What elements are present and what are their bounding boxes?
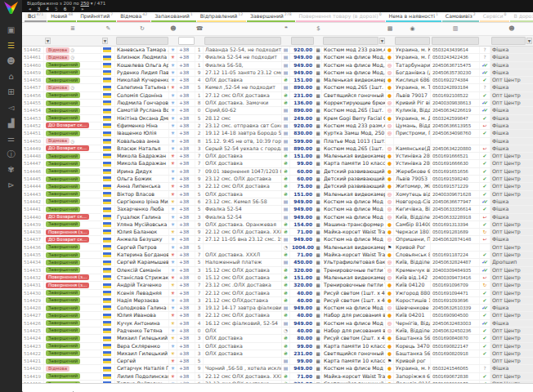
theme-icon[interactable]: ✾: [0, 162, 22, 177]
video-icon[interactable]: ⊳: [0, 177, 22, 193]
table-row[interactable]: 514431Повернення (з...Андрій Ткаченко✳+3…: [22, 282, 533, 289]
clients-icon[interactable]: ☻: [169, 23, 177, 35]
table-row[interactable]: 514459ЗавершенийРуденко Лидия Пав..✳+389…: [22, 69, 533, 77]
table-row[interactable]: 514447ЗавершенийМикола Бадражан✳+387ОЛХ …: [22, 160, 533, 167]
table-row[interactable]: 514440ДО Возврат ск...Гуцалюк Галина✳+38…: [22, 214, 533, 221]
phone-icon[interactable]: ☎: [195, 23, 204, 35]
page-3-button[interactable]: 3: [38, 7, 41, 12]
cart-icon[interactable]: ⊞: [0, 84, 22, 100]
table-row[interactable]: 514449ДО Возврат ск...Власюк Наталья✳+38…: [22, 145, 533, 153]
table-row[interactable]: 514428ЗавершенийСолодкова Галина В..✳+38…: [22, 305, 533, 312]
table-row[interactable]: 514441ЗавершенийЗахарченко Люба✳+385Фиал…: [22, 206, 533, 213]
location-icon[interactable]: ◉: [394, 23, 431, 35]
announce-icon[interactable]: ◅: [0, 100, 22, 115]
filter-input[interactable]: [395, 37, 430, 45]
settings-sliders-icon[interactable]: ⚌: [0, 131, 22, 146]
page-5-button[interactable]: 5: [55, 7, 58, 12]
table-row[interactable]: 514450Відмова◷Ковальова анна✳+38815.12. …: [22, 138, 533, 145]
page-6-button[interactable]: 6: [64, 7, 67, 12]
table-row[interactable]: 514448ЗавершенийМикола Бадражан✳+387ОЛХ …: [22, 153, 533, 160]
page-last-button[interactable]: »: [81, 7, 84, 12]
table-row[interactable]: 514430ЗавершенийКсенія Левадняя✳+38722.1…: [22, 290, 533, 297]
table-row[interactable]: 514437ДО Возврат ск...Анжела Безушку✳+38…: [22, 236, 533, 243]
page-7-button[interactable]: 7: [72, 7, 75, 12]
table-row[interactable]: 514455ЗавершенийЛюдмила Гончарова✳+388ОЛ…: [22, 100, 533, 107]
table-row[interactable]: 514458ЗавершенийНиколай Кучеренко✳+384ОЛ…: [22, 77, 533, 84]
table-row[interactable]: 514442ЗавершенийСергіюнко Іріна Ми..✳+38…: [22, 198, 533, 206]
table-row[interactable]: 514445ЗавершенийОльга Божик✳+38923.12 см…: [22, 176, 533, 183]
comment-icon[interactable]: ❝: [282, 23, 290, 35]
table-row[interactable]: 514436ЗавершенийСергей Петров✳+385◔1004.…: [22, 244, 533, 252]
table-row[interactable]: 514457Відмова◷Салепина Татьяна С..✳+385К…: [22, 84, 533, 91]
table-row[interactable]: 514429ЗавершенийНадія Мерзаєва✳+38321.12…: [22, 297, 533, 305]
table-row[interactable]: 514444ЗавершенийАнна Липенська✳+38322.12…: [22, 183, 533, 190]
tab-сервіси[interactable]: Сервіси0: [480, 12, 510, 22]
tab-всі[interactable]: Всі471: [25, 12, 47, 22]
table-row[interactable]: 514432Повернення (з...Станіслав Стрижак✳…: [22, 274, 533, 282]
table-row[interactable]: 514456ЗавершенийСоломія Сідоніна✳+38127.…: [22, 92, 533, 100]
filter-input[interactable]: [291, 37, 314, 45]
table-row[interactable]: 514461Відмова◷Близнюк Людмила ..✳+387Фиа…: [22, 54, 533, 61]
filter-dropdown-icon[interactable]: ▼: [379, 38, 385, 44]
table-row[interactable]: 514439ЗавершенийУляна Мусійовська✳+389ОЛ…: [22, 221, 533, 229]
table-row[interactable]: 514434ЗавершенийСергей Карамышев✳+385Нал…: [22, 259, 533, 266]
stats-icon[interactable]: ▟: [0, 115, 22, 131]
table-row[interactable]: 514453ЗавершенийНікітіна Оксана Дми..✳+3…: [22, 115, 533, 122]
table-row[interactable]: 514438Повернення (з...Юлия Баланюк✳+3892…: [22, 229, 533, 236]
table-row[interactable]: 514420ВідмоваСитарчук Наталія Гр..✳+389Ч…: [22, 365, 533, 372]
table-row[interactable]: 514433ЗавершенийОлексій Семанін✳+38315.1…: [22, 267, 533, 274]
filter-input[interactable]: [116, 37, 168, 45]
table-row[interactable]: 514454ЗавершенийСамотій Руслана Во..✳+38…: [22, 107, 533, 114]
tab-в-дорозі-додому[interactable]: В дорозі додому0: [510, 12, 533, 22]
table-row[interactable]: 514435ЗавершенийКатерина Богданова✳+387О…: [22, 252, 533, 259]
filter-dropdown-icon[interactable]: ▼: [102, 38, 108, 44]
table-row[interactable]: 514421ЗавершенийСергей✳+385▤99.00▦Карта …: [22, 358, 533, 365]
dashboard-icon[interactable]: ▣: [0, 22, 22, 38]
tab-завершений[interactable]: Завершений278: [247, 12, 294, 22]
refresh-icon[interactable]: ↻: [115, 23, 169, 35]
app-logo[interactable]: [4, 2, 18, 14]
table-row[interactable]: 514425ЗавершенийРадченко Тетяна✳+380ОЛХ◔…: [22, 327, 533, 335]
filter-input[interactable]: [432, 37, 479, 45]
tab-прийнятий[interactable]: Прийнятий7: [77, 12, 116, 22]
info-icon[interactable]: ⓘ: [0, 146, 22, 162]
table-row[interactable]: 514423ЗавершенийВера Скляренко✳+381ОЛХ д…: [22, 343, 533, 350]
product-icon[interactable]: ▩: [386, 23, 394, 35]
table-row[interactable]: 514443ЗавершенийВіктор Власов✳+385ОЛХ до…: [22, 191, 533, 198]
tab-нема-в-наявності[interactable]: Нема в наявності1: [386, 12, 441, 22]
filter-input[interactable]: [323, 37, 378, 45]
tab-запакований[interactable]: Запакований1: [151, 12, 196, 22]
table-row[interactable]: 514452ДО Возврат ск...Єфименко Ніна✳+382…: [22, 122, 533, 130]
filter-input[interactable]: [204, 37, 281, 45]
store-icon[interactable]: ⌂: [0, 69, 22, 84]
orders-list-icon[interactable]: ☰: [0, 38, 22, 53]
page-first-button[interactable]: «: [29, 7, 32, 12]
page-size-link[interactable]: 250: [80, 1, 89, 6]
tab-відправлений[interactable]: Відправлений12: [197, 12, 246, 22]
tab-новий[interactable]: Новий48: [47, 12, 76, 22]
tab-повернення-товару-в-дорозі-[interactable]: Повернення товару (в дорозі)0: [296, 12, 385, 22]
money-icon[interactable]: $: [315, 23, 322, 35]
filter-input[interactable]: [178, 37, 195, 45]
tab-самовивіз[interactable]: Самовивіз2: [442, 12, 479, 22]
table-row[interactable]: 514419ЗавершенийЛилия Подолинская✳+38522…: [22, 373, 533, 381]
tracking-icon[interactable]: ▥: [431, 23, 480, 35]
table-row[interactable]: 514462Відмова◷Каневська Тамара ..✳+381Ла…: [22, 47, 533, 54]
table-row[interactable]: 514422ЗавершенийМихаил Гилецький✳+383ОЛХ…: [22, 350, 533, 358]
page-4-button[interactable]: 4: [46, 7, 49, 12]
edit-icon[interactable]: ✎: [101, 23, 115, 35]
person-icon[interactable]: ☻: [490, 23, 533, 35]
clients-icon[interactable]: ☻: [0, 53, 22, 69]
table-row[interactable]: 514427ЗавершенийЮлия Иванова✳+38822.12 с…: [22, 312, 533, 319]
filter-input[interactable]: [491, 37, 526, 45]
table-row[interactable]: 514446ЗавершенийИрина Дидух✳+38709.01 зв…: [22, 168, 533, 176]
status-icon[interactable]: ≣: [44, 23, 101, 35]
table-row[interactable]: 514426ЗавершенийКучук Антонина✳+38416.12…: [22, 320, 533, 327]
table-row[interactable]: 514451ЗавершенийІващенко Юлія✳+38219.12 …: [22, 130, 533, 137]
page-size-caret-icon[interactable]: ▾: [91, 1, 93, 6]
filter-dropdown-icon[interactable]: ▼: [526, 38, 532, 44]
table-row[interactable]: 514460ЗавершенийКошелева Ольга Ар..✳+381…: [22, 62, 533, 69]
tab-відмова[interactable]: Відмова42: [117, 12, 150, 22]
filter-dropdown-icon[interactable]: ▼: [45, 38, 51, 44]
table-row[interactable]: 514424ЗавершенийМихаил Гилецький✳+383ОЛХ…: [22, 335, 533, 342]
